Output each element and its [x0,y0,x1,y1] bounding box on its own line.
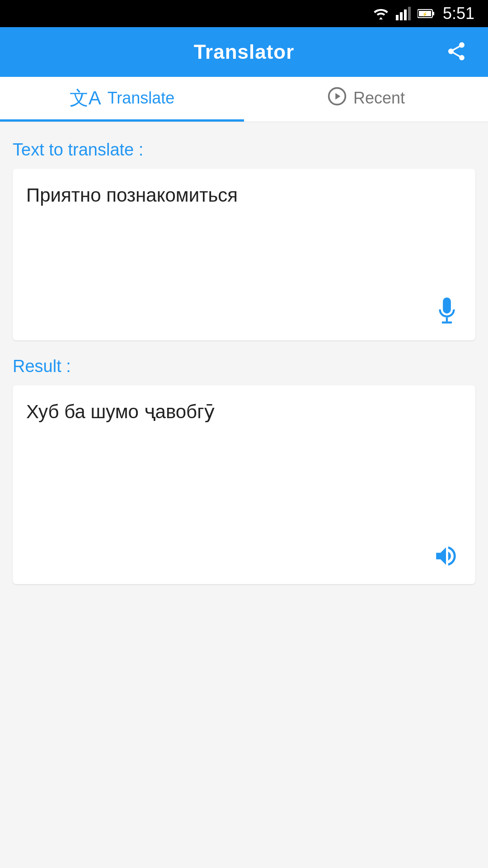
signal-icon [396,7,411,20]
translate-input[interactable]: Приятно познакомиться [26,182,462,315]
svg-marker-9 [335,93,340,99]
svg-rect-12 [442,321,452,323]
tab-recent-label: Recent [353,89,405,108]
svg-rect-11 [446,317,448,321]
tab-translate[interactable]: 文A Translate [0,77,244,122]
svg-rect-5 [432,12,434,15]
svg-rect-10 [443,297,451,313]
result-section-label: Result : [13,357,475,376]
wifi-icon [372,7,389,20]
result-text: Хуб ба шумо ҷавобгӯ [26,399,462,425]
microphone-button[interactable] [430,293,464,331]
svg-rect-1 [400,12,403,20]
translate-tab-icon: 文A [70,85,101,111]
main-content: Text to translate : Приятно познакомитьс… [0,122,488,868]
tabs-bar: 文A Translate Recent [0,77,488,122]
input-section-label: Text to translate : [13,140,475,160]
svg-text:⚡: ⚡ [422,11,428,17]
app-bar: Translator [0,27,488,77]
svg-rect-2 [404,9,407,20]
speaker-button[interactable] [428,538,464,575]
share-button[interactable] [441,36,472,68]
tab-translate-label: Translate [108,89,175,108]
recent-tab-icon [327,86,347,110]
microphone-icon [435,297,459,326]
share-icon [446,41,467,62]
svg-rect-0 [396,15,399,20]
speaker-icon [433,543,459,569]
battery-icon: ⚡ [418,9,435,19]
status-time: 5:51 [443,4,474,23]
status-bar: ⚡ 5:51 [0,0,488,27]
result-card: Хуб ба шумо ҷавобгӯ [13,385,475,584]
tab-recent[interactable]: Recent [244,77,488,122]
status-icons: ⚡ [372,7,435,20]
svg-rect-3 [408,7,411,20]
input-card: Приятно познакомиться [13,169,475,340]
app-title: Translator [194,41,295,63]
